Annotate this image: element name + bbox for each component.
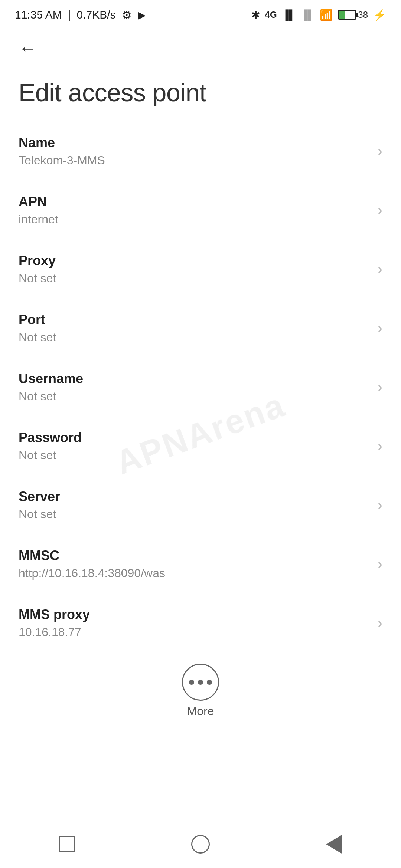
settings-item-name-content: Name Telekom-3-MMS <box>19 135 370 167</box>
nav-home-button[interactable] <box>178 829 223 859</box>
more-button[interactable] <box>182 664 219 701</box>
battery-percent: 38 <box>358 10 368 20</box>
bluetooth-icon: ✱ <box>251 9 260 21</box>
chevron-right-icon-proxy: › <box>378 261 382 277</box>
settings-item-password-label: Password <box>19 430 370 445</box>
settings-list: Name Telekom-3-MMS › APN internet › Prox… <box>0 122 401 652</box>
settings-item-password[interactable]: Password Not set › <box>0 417 401 476</box>
settings-item-username[interactable]: Username Not set › <box>0 358 401 417</box>
settings-item-name-label: Name <box>19 135 370 151</box>
status-bar: 11:35 AM | 0.7KB/s ⚙ ▶ ✱ 4G ▐▌ ▐▌ 📶 38 ⚡ <box>0 0 401 30</box>
settings-item-username-label: Username <box>19 371 370 387</box>
back-arrow-icon: ← <box>19 39 37 57</box>
settings-item-mmsc[interactable]: MMSC http://10.16.18.4:38090/was › <box>0 535 401 594</box>
separator: | <box>68 9 71 21</box>
settings-item-mmsc-label: MMSC <box>19 548 370 563</box>
settings-item-proxy-value: Not set <box>19 272 370 285</box>
settings-item-port-value: Not set <box>19 331 370 344</box>
more-dots <box>189 680 212 685</box>
settings-item-name[interactable]: Name Telekom-3-MMS › <box>0 122 401 181</box>
settings-item-mms-proxy-label: MMS proxy <box>19 607 370 622</box>
settings-item-mms-proxy-content: MMS proxy 10.16.18.77 <box>19 607 370 639</box>
battery-indicator <box>338 10 356 20</box>
settings-item-apn-value: internet <box>19 213 370 226</box>
settings-item-server-value: Not set <box>19 507 370 521</box>
chevron-right-icon-apn: › <box>378 202 382 218</box>
top-nav: ← <box>0 30 401 67</box>
more-label: More <box>187 704 214 718</box>
chevron-right-icon-mmsc: › <box>378 556 382 572</box>
nav-recents-icon <box>59 836 75 852</box>
settings-item-username-value: Not set <box>19 389 370 403</box>
status-right: ✱ 4G ▐▌ ▐▌ 📶 38 ⚡ <box>251 9 386 21</box>
settings-item-apn[interactable]: APN internet › <box>0 181 401 240</box>
settings-icon: ⚙ <box>122 9 132 22</box>
chevron-right-icon-mms-proxy: › <box>378 615 382 631</box>
status-left: 11:35 AM | 0.7KB/s ⚙ ▶ <box>15 9 146 22</box>
dot-1 <box>189 680 194 685</box>
more-container: More <box>0 652 401 726</box>
settings-item-mms-proxy[interactable]: MMS proxy 10.16.18.77 › <box>0 594 401 652</box>
settings-item-port-content: Port Not set <box>19 312 370 344</box>
settings-item-proxy-label: Proxy <box>19 253 370 269</box>
settings-item-server[interactable]: Server Not set › <box>0 476 401 535</box>
nav-home-icon <box>191 835 210 854</box>
chevron-right-icon-name: › <box>378 143 382 160</box>
nav-back-icon <box>326 835 342 854</box>
settings-item-mmsc-value: http://10.16.18.4:38090/was <box>19 566 370 580</box>
bottom-nav <box>0 820 401 868</box>
network-4g: 4G <box>265 10 277 20</box>
settings-item-password-content: Password Not set <box>19 430 370 462</box>
time: 11:35 AM <box>15 9 62 21</box>
charging-icon: ⚡ <box>373 9 386 21</box>
settings-item-apn-label: APN <box>19 194 370 210</box>
settings-item-mms-proxy-value: 10.16.18.77 <box>19 625 370 639</box>
settings-item-mmsc-content: MMSC http://10.16.18.4:38090/was <box>19 548 370 580</box>
settings-item-port-label: Port <box>19 312 370 328</box>
battery-fill <box>339 11 345 19</box>
settings-item-name-value: Telekom-3-MMS <box>19 154 370 167</box>
signal-bars-2: ▐▌ <box>301 9 314 21</box>
bottom-spacer <box>0 726 401 774</box>
network-speed: 0.7KB/s <box>77 9 116 21</box>
settings-item-server-label: Server <box>19 489 370 504</box>
settings-item-proxy[interactable]: Proxy Not set › <box>0 240 401 299</box>
video-icon: ▶ <box>138 9 146 21</box>
settings-item-proxy-content: Proxy Not set <box>19 253 370 285</box>
page-title: Edit access point <box>0 67 401 122</box>
settings-item-server-content: Server Not set <box>19 489 370 521</box>
chevron-right-icon-password: › <box>378 438 382 454</box>
chevron-right-icon-username: › <box>378 379 382 395</box>
nav-back-button[interactable] <box>312 829 356 859</box>
chevron-right-icon-port: › <box>378 320 382 336</box>
signal-bars: ▐▌ <box>282 9 296 21</box>
settings-item-apn-content: APN internet <box>19 194 370 226</box>
nav-recents-button[interactable] <box>45 829 89 859</box>
wifi-icon: 📶 <box>320 9 333 21</box>
settings-item-password-value: Not set <box>19 448 370 462</box>
settings-item-username-content: Username Not set <box>19 371 370 403</box>
back-button[interactable]: ← <box>15 35 41 61</box>
battery: 38 <box>338 10 368 20</box>
chevron-right-icon-server: › <box>378 497 382 513</box>
settings-item-port[interactable]: Port Not set › <box>0 299 401 358</box>
dot-2 <box>198 680 203 685</box>
dot-3 <box>207 680 212 685</box>
